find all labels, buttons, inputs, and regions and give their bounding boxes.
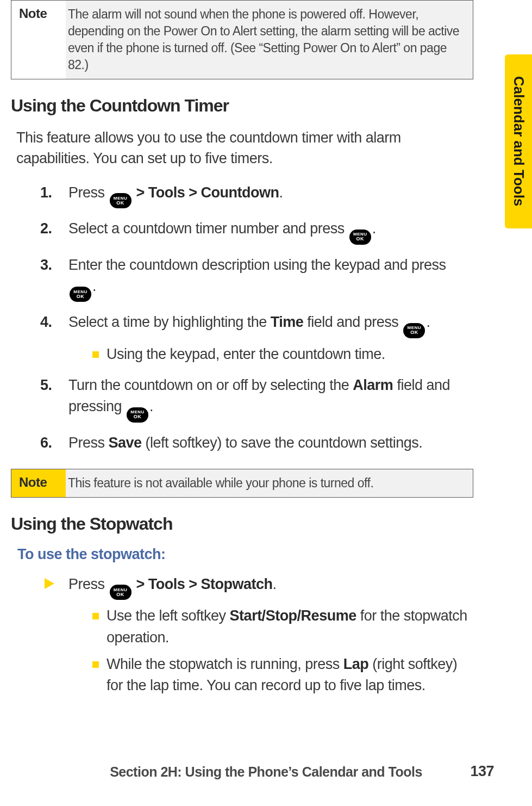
bold-text: Lap: [343, 656, 369, 672]
bold-text: Time: [271, 314, 304, 330]
text: .: [426, 314, 430, 330]
text: Select a countdown timer number and pres…: [68, 220, 348, 237]
text: Enter the countdown description using th…: [68, 257, 446, 273]
step-5: Turn the countdown on or off by selectin…: [40, 375, 468, 423]
icon-bottom: OK: [356, 237, 365, 241]
sub-item: While the stopwatch is running, press La…: [92, 654, 468, 696]
bold-text: > Tools > Countdown: [133, 184, 279, 201]
text: .: [273, 576, 277, 592]
text: Press: [68, 184, 109, 201]
sub-instruction-stopwatch: To use the stopwatch:: [17, 546, 517, 563]
step-1: Press MENUOK > Tools > Countdown.: [40, 182, 468, 209]
side-tab-label: Calendar and Tools: [510, 76, 527, 206]
menu-ok-icon: MENUOK: [403, 323, 425, 338]
step-4: Select a time by highlighting the Time f…: [40, 312, 468, 365]
text: While the stopwatch is running, press: [107, 656, 343, 672]
note-box-unavailable: Note This feature is not available while…: [11, 469, 473, 498]
text: .: [149, 398, 153, 414]
sub-item: Using the keypad, enter the countdown ti…: [92, 344, 468, 365]
icon-bottom: OK: [134, 414, 142, 419]
sub-list: Using the keypad, enter the countdown ti…: [92, 344, 468, 365]
text: .: [92, 278, 96, 294]
icon-bottom: OK: [77, 294, 85, 299]
menu-ok-icon: MENUOK: [349, 230, 371, 245]
bold-text: Alarm: [353, 377, 393, 393]
text: field and press: [303, 314, 402, 330]
note-box-alarm-power: Note The alarm will not sound when the p…: [11, 0, 473, 79]
note-body: This feature is not available while your…: [66, 469, 473, 497]
menu-ok-icon: MENUOK: [127, 407, 148, 423]
text: Press: [68, 576, 109, 592]
text: Use the left softkey: [107, 607, 230, 624]
step-3: Enter the countdown description using th…: [40, 255, 468, 302]
page-number: 137: [470, 763, 494, 780]
icon-bottom: OK: [116, 592, 124, 597]
step-6: Press Save (left softkey) to save the co…: [40, 432, 468, 454]
step-2: Select a countdown timer number and pres…: [40, 218, 468, 245]
icon-bottom: OK: [410, 330, 418, 335]
menu-ok-icon: MENUOK: [70, 287, 91, 302]
footer-text: Section 2H: Using the Phone’s Calendar a…: [110, 764, 422, 779]
steps-list-countdown: Press MENUOK > Tools > Countdown. Select…: [40, 182, 468, 454]
note-body: The alarm will not sound when the phone …: [66, 1, 473, 79]
heading-stopwatch: Using the Stopwatch: [11, 514, 517, 534]
bold-text: Start/Stop/Resume: [230, 607, 356, 624]
intro-countdown: This feature allows you to use the count…: [16, 128, 468, 169]
text: .: [279, 184, 283, 201]
bold-text: Save: [109, 435, 142, 451]
sub-list-stopwatch: Use the left softkey Start/Stop/Resume f…: [92, 605, 468, 696]
arrow-step: Press MENUOK > Tools > Stopwatch. Use th…: [42, 574, 468, 696]
heading-countdown: Using the Countdown Timer: [11, 96, 517, 116]
note-label: Note: [11, 1, 66, 79]
text: Select a time by highlighting the: [68, 314, 271, 330]
side-tab: Calendar and Tools: [505, 54, 532, 228]
page-footer: Section 2H: Using the Phone’s Calendar a…: [0, 764, 532, 780]
note-label: Note: [11, 469, 66, 497]
sub-item: Use the left softkey Start/Stop/Resume f…: [92, 605, 468, 648]
menu-ok-icon: MENUOK: [110, 193, 132, 208]
menu-ok-icon: MENUOK: [110, 585, 132, 600]
text: Turn the countdown on or off by selectin…: [68, 377, 353, 393]
text: Press: [68, 435, 109, 451]
bold-text: > Tools > Stopwatch: [133, 576, 273, 592]
icon-bottom: OK: [116, 201, 124, 206]
text: (left softkey) to save the countdown set…: [142, 435, 423, 451]
text: .: [372, 220, 376, 237]
